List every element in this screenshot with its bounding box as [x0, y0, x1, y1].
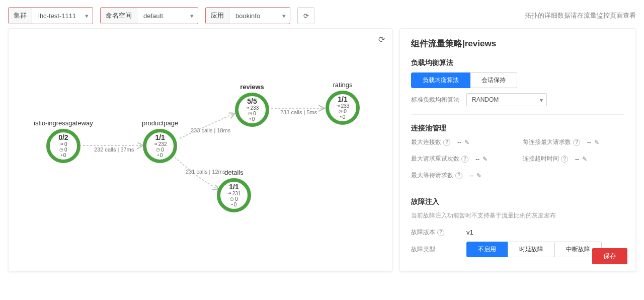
tab-lb-algorithm[interactable]: 负载均衡算法	[411, 72, 470, 88]
fault-version-label: 故障版本?	[411, 228, 466, 237]
help-icon[interactable]: ?	[561, 156, 568, 163]
replica-ratio: 1/1	[229, 183, 238, 191]
service-ring: 1/1 ⇥231 ◷0 ▪0	[217, 178, 251, 212]
panel-title: 组件流量策略|reviews	[411, 38, 624, 49]
fault-type-tabs: 不启用 时延故障 中断故障	[466, 242, 602, 257]
service-name: productpage	[142, 119, 178, 127]
std-lb-select[interactable]: RANDOM ▾	[466, 93, 547, 106]
help-icon[interactable]: ?	[573, 139, 580, 146]
fault-heading: 故障注入	[411, 197, 624, 206]
topbar-hint: 拓扑的详细数据请在流量监控页面查看	[525, 11, 636, 20]
service-node-productpage[interactable]: productpage 1/1 ⇥232 ◷0 ▪0	[142, 119, 178, 163]
service-ring: 1/1 ⇥233 ◷0 ▪0	[326, 91, 360, 125]
tab-session-affinity[interactable]: 会话保持	[470, 72, 517, 88]
help-icon[interactable]: ?	[455, 172, 462, 179]
service-ring: 5/5 ⇥233 ◷0 ▪0	[235, 93, 269, 127]
clock-icon: ◷	[59, 147, 63, 153]
per-conn-req-value: --	[587, 139, 591, 146]
in-icon: ⇥	[227, 191, 231, 196]
conn-timeout-label: 连接超时时间?	[523, 155, 568, 163]
fault-version-value: v1	[466, 229, 473, 236]
pod-icon: ▪	[61, 153, 62, 158]
save-button[interactable]: 保存	[592, 248, 627, 264]
app-select[interactable]: 应用 bookinfo ▾	[205, 7, 290, 24]
service-node-details[interactable]: details 1/1 ⇥231 ◷0 ▪0	[217, 169, 251, 212]
namespace-label: 命名空间	[101, 8, 137, 24]
service-node-reviews[interactable]: reviews 5/5 ⇥233 ◷0 ▪0	[235, 83, 269, 127]
std-lb-value: RANDOM	[472, 96, 499, 103]
edit-icon[interactable]: ✎	[594, 139, 599, 146]
clock-icon: ◷	[230, 197, 234, 202]
lb-mode-tabs: 负载均衡算法 会话保持	[411, 72, 624, 88]
pod-icon: ▪	[250, 117, 251, 122]
max-retry-value: --	[475, 156, 479, 163]
max-conn-value: --	[457, 139, 461, 146]
fault-type-none[interactable]: 不启用	[466, 242, 508, 257]
refresh-icon: ⟳	[303, 12, 309, 20]
divider	[411, 188, 624, 188]
help-icon[interactable]: ?	[437, 229, 444, 236]
in-icon: ⇥	[59, 142, 63, 147]
namespace-select[interactable]: 命名空间 default ▾	[100, 7, 198, 24]
clock-icon: ◷	[156, 147, 160, 153]
service-node-ratings[interactable]: ratings 1/1 ⇥233 ◷0 ▪0	[326, 81, 360, 125]
app-label: 应用	[206, 8, 229, 24]
service-name: istio-ingressgateway	[34, 119, 93, 127]
fault-note: 当前故障注入功能暂时不支持基于流量比例的灰度发布	[411, 211, 624, 220]
topology-panel: ⟳ 232 calls | 37ms 233 calls | 18ms 233 …	[8, 28, 392, 272]
in-icon: ⇥	[153, 142, 157, 147]
chevron-down-icon: ▾	[190, 12, 194, 20]
cluster-select[interactable]: 集群 lhc-test-1111 ▾	[8, 7, 93, 24]
per-conn-req-label: 每连接最大请求数?	[523, 138, 580, 146]
edit-icon[interactable]: ✎	[582, 156, 587, 163]
max-retry-label: 最大请求重试次数?	[411, 155, 468, 163]
std-lb-label: 标准负载均衡算法	[411, 96, 466, 104]
replica-ratio: 1/1	[338, 96, 347, 103]
chevron-down-icon: ▾	[540, 97, 543, 104]
cluster-value: lhc-test-1111	[32, 12, 93, 20]
replica-ratio: 1/1	[155, 134, 165, 141]
edge-label: 232 calls | 37ms	[94, 146, 134, 153]
namespace-value: default	[137, 12, 198, 20]
replica-ratio: 0/2	[58, 134, 68, 141]
pod-icon: ▪	[157, 153, 159, 158]
service-name: ratings	[326, 81, 360, 89]
pod-icon: ▪	[231, 202, 233, 207]
service-topology: 232 calls | 37ms 233 calls | 18ms 233 ca…	[9, 29, 392, 265]
edge-label: 233 calls | 18ms	[191, 127, 230, 133]
fault-type-label: 故障类型	[411, 245, 466, 254]
traffic-policy-panel: 组件流量策略|reviews 负载均衡算法 负载均衡算法 会话保持 标准负载均衡…	[399, 28, 636, 272]
app-value: bookinfo	[229, 12, 290, 20]
edge-label: 233 calls | 5ms	[280, 109, 317, 115]
refresh-button[interactable]: ⟳	[297, 7, 314, 24]
edit-icon[interactable]: ✎	[482, 156, 488, 163]
pool-heading: 连接池管理	[411, 124, 624, 133]
edit-icon[interactable]: ✎	[464, 139, 469, 146]
chevron-down-icon: ▾	[85, 12, 89, 20]
cluster-label: 集群	[9, 8, 32, 24]
service-name: reviews	[235, 83, 269, 91]
clock-icon: ◷	[248, 111, 252, 116]
chevron-down-icon: ▾	[282, 12, 286, 20]
help-icon[interactable]: ?	[461, 156, 468, 163]
edit-icon[interactable]: ✎	[476, 172, 481, 179]
max-pending-label: 最大等待请求数?	[411, 171, 462, 180]
in-icon: ⇥	[246, 106, 250, 111]
in-icon: ⇥	[336, 104, 340, 109]
max-pending-value: --	[469, 172, 473, 179]
divider	[411, 114, 624, 115]
conn-timeout-value: --	[575, 156, 579, 163]
help-icon[interactable]: ?	[443, 139, 450, 146]
service-node-ingress[interactable]: istio-ingressgateway 0/2 ⇥0 ◷0 ▪0	[34, 119, 93, 163]
replica-ratio: 5/5	[247, 98, 257, 105]
lb-heading: 负载均衡算法	[411, 58, 624, 67]
pod-icon: ▪	[340, 115, 342, 120]
max-conn-label: 最大连接数?	[411, 138, 450, 146]
fault-type-delay[interactable]: 时延故障	[508, 242, 555, 257]
service-ring: 1/1 ⇥232 ◷0 ▪0	[143, 129, 177, 163]
service-name: details	[217, 169, 251, 176]
service-ring: 0/2 ⇥0 ◷0 ▪0	[46, 129, 80, 163]
clock-icon: ◷	[339, 109, 343, 114]
